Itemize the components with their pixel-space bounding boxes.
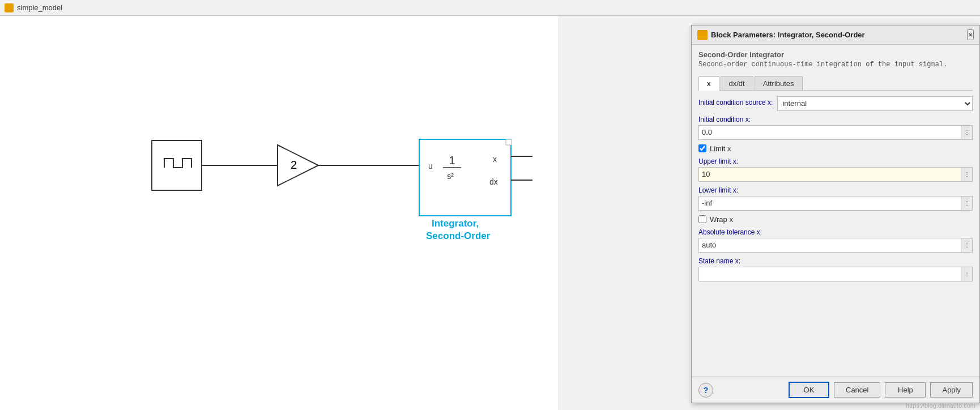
svg-rect-0 — [152, 140, 202, 190]
tab-x[interactable]: x — [698, 76, 719, 91]
app-icon — [5, 3, 14, 12]
initial-condition-source-row: Initial condition source x: internal — [698, 96, 973, 111]
upper-limit-dots-btn[interactable]: ⋮ — [961, 167, 973, 182]
canvas-svg: 2 u 1 s² x dx Integrator, Second-Order — [0, 16, 558, 410]
lower-limit-row: Lower limit x: ⋮ — [698, 186, 973, 211]
svg-text:1: 1 — [449, 154, 455, 166]
svg-text:2: 2 — [291, 159, 297, 171]
wrap-x-checkbox[interactable] — [698, 215, 706, 223]
svg-text:Second-Order: Second-Order — [426, 230, 491, 241]
upper-limit-input[interactable] — [698, 167, 961, 182]
svg-marker-3 — [278, 145, 318, 186]
help-button[interactable]: Help — [885, 382, 926, 398]
ok-button[interactable]: OK — [789, 382, 829, 398]
svg-marker-6 — [419, 162, 426, 169]
tab-dxdt[interactable]: dx/dt — [721, 76, 753, 90]
initial-condition-source-select[interactable]: internal — [777, 96, 973, 111]
title-bar: simple_model — [0, 0, 980, 16]
canvas-area: 2 u 1 s² x dx Integrator, Second-Order — [0, 16, 558, 410]
apply-button[interactable]: Apply — [930, 382, 973, 398]
watermark: https://blog.dinnauto.com — [906, 402, 975, 409]
cancel-button[interactable]: Cancel — [834, 382, 880, 398]
state-name-input-group: ⋮ — [698, 267, 973, 281]
lower-limit-dots-btn[interactable]: ⋮ — [961, 196, 973, 211]
upper-limit-row: Upper limit x: ⋮ — [698, 157, 973, 182]
lower-limit-label: Lower limit x: — [698, 186, 973, 194]
initial-condition-row: Initial condition x: ⋮ — [698, 116, 973, 140]
dialog-body: Second-Order Integrator Second-order con… — [692, 45, 979, 377]
help-icon-btn[interactable]: ? — [698, 383, 713, 398]
dialog-subtitle: Second-Order Integrator — [698, 50, 973, 59]
block-params-dialog: Block Parameters: Integrator, Second-Ord… — [691, 25, 980, 403]
svg-text:u: u — [428, 161, 433, 170]
dialog-footer: ? OK Cancel Help Apply — [692, 377, 979, 403]
initial-condition-source-label: Initial condition source x: — [698, 99, 773, 106]
tab-attributes[interactable]: Attributes — [755, 76, 803, 90]
upper-limit-label: Upper limit x: — [698, 157, 973, 165]
limit-x-checkbox[interactable] — [698, 144, 706, 152]
svg-rect-8 — [506, 139, 512, 145]
state-name-input[interactable] — [698, 267, 961, 281]
absolute-tolerance-label: Absolute tolerance x: — [698, 228, 973, 236]
state-name-dots-btn[interactable]: ⋮ — [961, 267, 973, 281]
wrap-x-row: Wrap x — [698, 215, 973, 224]
absolute-tolerance-dots-btn[interactable]: ⋮ — [961, 238, 973, 253]
limit-x-row: Limit x — [698, 144, 973, 153]
upper-limit-input-group: ⋮ — [698, 167, 973, 182]
dialog-titlebar: Block Parameters: Integrator, Second-Ord… — [692, 25, 979, 45]
svg-text:s²: s² — [447, 172, 454, 181]
svg-text:x: x — [493, 155, 497, 164]
dialog-description: Second-order continuous-time integration… — [698, 60, 973, 70]
app-title: simple_model — [17, 3, 62, 12]
initial-condition-input-group: ⋮ — [698, 125, 973, 140]
wrap-x-label[interactable]: Wrap x — [710, 215, 733, 224]
state-name-label: State name x: — [698, 257, 973, 265]
svg-marker-2 — [278, 162, 284, 169]
limit-x-label[interactable]: Limit x — [710, 144, 731, 153]
tabs-row: x dx/dt Attributes — [698, 76, 973, 91]
svg-rect-7 — [419, 139, 511, 216]
dialog-title: Block Parameters: Integrator, Second-Ord… — [711, 31, 865, 39]
dialog-close-button[interactable]: × — [967, 29, 974, 40]
absolute-tolerance-row: Absolute tolerance x: ⋮ — [698, 228, 973, 253]
lower-limit-input-group: ⋮ — [698, 196, 973, 211]
lower-limit-input[interactable] — [698, 196, 961, 211]
dialog-icon — [697, 30, 708, 40]
initial-condition-label: Initial condition x: — [698, 116, 973, 123]
absolute-tolerance-input[interactable] — [698, 238, 961, 253]
svg-text:Integrator,: Integrator, — [432, 218, 479, 229]
absolute-tolerance-input-group: ⋮ — [698, 238, 973, 253]
initial-condition-dots-btn[interactable]: ⋮ — [961, 125, 973, 140]
state-name-row: State name x: ⋮ — [698, 257, 973, 281]
initial-condition-input[interactable] — [698, 125, 961, 140]
svg-text:dx: dx — [489, 177, 498, 186]
